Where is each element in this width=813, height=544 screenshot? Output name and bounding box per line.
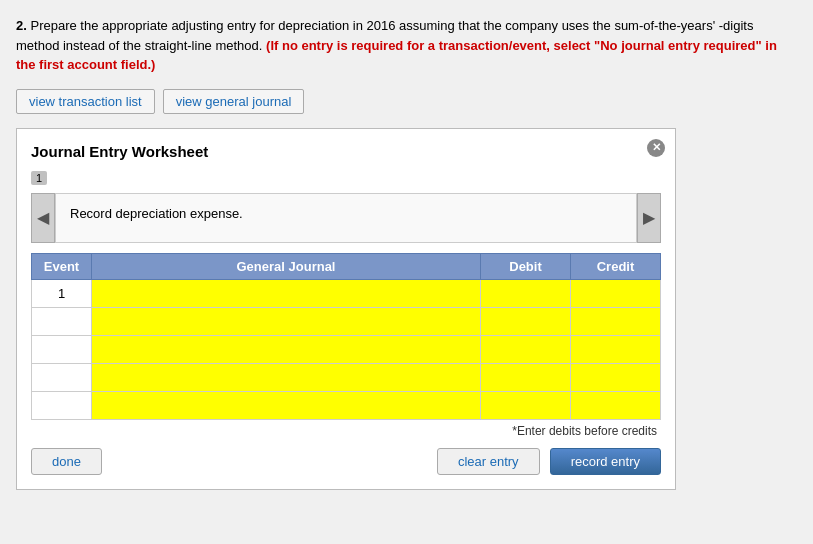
journal-table: Event General Journal Debit Credit 1	[31, 253, 661, 420]
close-button[interactable]: ✕	[647, 139, 665, 157]
debit-input[interactable]	[481, 336, 570, 363]
view-journal-button[interactable]: view general journal	[163, 89, 305, 114]
credit-cell	[571, 335, 661, 363]
credit-input[interactable]	[571, 364, 660, 391]
question-text: 2. Prepare the appropriate adjusting ent…	[16, 16, 797, 75]
journal-entry-cell	[92, 279, 481, 307]
journal-entry-cell	[92, 335, 481, 363]
journal-entry-cell	[92, 363, 481, 391]
debit-cell	[481, 279, 571, 307]
journal-input[interactable]	[92, 308, 480, 335]
card-nav-area: ◀ Record depreciation expense. ▶	[31, 193, 661, 243]
journal-entry-cell	[92, 307, 481, 335]
question-number: 2.	[16, 18, 27, 33]
credit-input[interactable]	[571, 280, 660, 307]
event-cell	[32, 363, 92, 391]
journal-input[interactable]	[92, 336, 480, 363]
event-cell: 1	[32, 279, 92, 307]
event-cell	[32, 335, 92, 363]
table-row	[32, 335, 661, 363]
debit-input[interactable]	[481, 308, 570, 335]
header-general-journal: General Journal	[92, 253, 481, 279]
table-row	[32, 363, 661, 391]
credit-input[interactable]	[571, 308, 660, 335]
debit-input[interactable]	[481, 364, 570, 391]
table-row: 1	[32, 279, 661, 307]
done-button[interactable]: done	[31, 448, 102, 475]
clear-entry-button[interactable]: clear entry	[437, 448, 540, 475]
credit-input[interactable]	[571, 336, 660, 363]
journal-input[interactable]	[92, 364, 480, 391]
next-arrow[interactable]: ▶	[637, 193, 661, 243]
header-credit: Credit	[571, 253, 661, 279]
record-entry-button[interactable]: record entry	[550, 448, 661, 475]
table-row	[32, 391, 661, 419]
journal-entry-cell	[92, 391, 481, 419]
debit-cell	[481, 391, 571, 419]
credit-cell	[571, 391, 661, 419]
enter-debits-note: *Enter debits before credits	[31, 424, 661, 438]
credit-input[interactable]	[571, 392, 660, 419]
journal-entry-worksheet: Journal Entry Worksheet ✕ 1 ◀ Record dep…	[16, 128, 676, 490]
action-row: done clear entry record entry	[31, 448, 661, 475]
debit-cell	[481, 363, 571, 391]
debit-cell	[481, 335, 571, 363]
prev-arrow[interactable]: ◀	[31, 193, 55, 243]
view-transaction-button[interactable]: view transaction list	[16, 89, 155, 114]
journal-input[interactable]	[92, 280, 480, 307]
worksheet-title: Journal Entry Worksheet	[31, 143, 661, 160]
credit-cell	[571, 307, 661, 335]
debit-cell	[481, 307, 571, 335]
debit-input[interactable]	[481, 280, 570, 307]
credit-cell	[571, 363, 661, 391]
debit-input[interactable]	[481, 392, 570, 419]
top-button-row: view transaction list view general journ…	[16, 89, 797, 114]
card-content: Record depreciation expense.	[55, 193, 637, 243]
card-text: Record depreciation expense.	[70, 206, 243, 221]
table-header-row: Event General Journal Debit Credit	[32, 253, 661, 279]
header-debit: Debit	[481, 253, 571, 279]
journal-input[interactable]	[92, 392, 480, 419]
credit-cell	[571, 279, 661, 307]
header-event: Event	[32, 253, 92, 279]
event-cell	[32, 391, 92, 419]
event-cell	[32, 307, 92, 335]
event-badge: 1	[31, 171, 47, 185]
table-row	[32, 307, 661, 335]
